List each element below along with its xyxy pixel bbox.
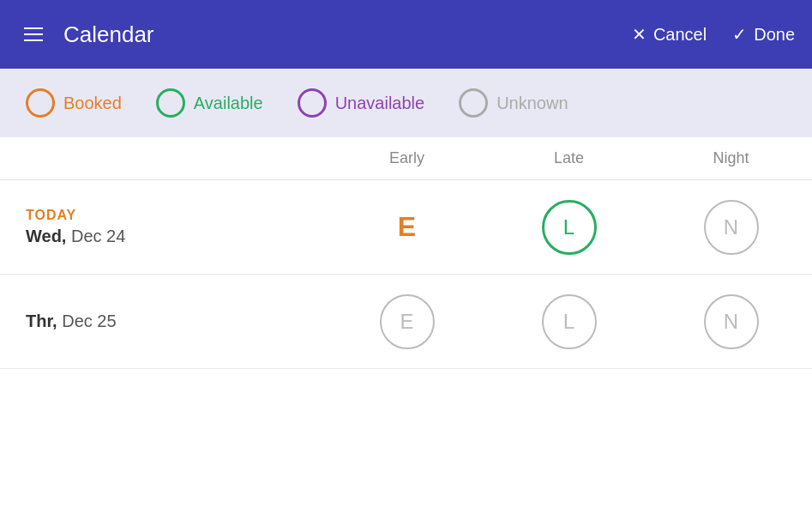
slot-1-0[interactable]: E [326,294,488,349]
column-headers: Early Late Night [0,137,812,180]
calendar-content: TODAYWed, Dec 24ELNThr, Dec 25ELN [0,180,812,369]
slot-circle-1-2[interactable]: N [704,294,759,349]
legend-unknown: Unknown [459,88,568,118]
slot-0-1[interactable]: L [488,200,650,255]
legend-available: Available [156,88,263,118]
slot-1-1[interactable]: L [488,294,650,349]
early-column-header: Early [326,149,488,167]
slot-circle-0-1[interactable]: L [542,200,597,255]
cancel-icon: ✕ [632,24,647,45]
available-icon [156,88,185,118]
cancel-label: Cancel [653,25,707,45]
slot-circle-0-0[interactable]: E [380,200,435,255]
slot-0-0[interactable]: E [326,200,488,255]
row-date-1: Thr, Dec 25 [26,311,326,331]
row-slots-0: ELN [326,200,812,255]
done-button[interactable]: ✓ Done [732,24,795,45]
today-label: TODAY [26,208,326,223]
slot-1-2[interactable]: N [650,294,812,349]
legend-unavailable: Unavailable [298,88,425,118]
cancel-button[interactable]: ✕ Cancel [632,24,707,45]
date-text-1: Thr, Dec 25 [26,311,326,331]
done-label: Done [754,25,795,45]
unavailable-label: Unavailable [335,94,425,113]
menu-button[interactable] [17,21,50,48]
unknown-icon [459,88,488,118]
slot-circle-0-2[interactable]: N [704,200,759,255]
booked-icon [26,88,55,118]
legend-booked: Booked [26,88,122,118]
slot-0-2[interactable]: N [650,200,812,255]
slot-circle-1-0[interactable]: E [380,294,435,349]
row-slots-1: ELN [326,294,812,349]
date-text-0: Wed, Dec 24 [26,227,326,246]
calendar-row: TODAYWed, Dec 24ELN [0,180,812,275]
slot-circle-1-1[interactable]: L [542,294,597,349]
header-actions: ✕ Cancel ✓ Done [632,24,795,45]
unknown-label: Unknown [496,94,568,113]
booked-label: Booked [63,94,122,113]
unavailable-icon [298,88,327,118]
available-label: Available [194,94,263,113]
calendar-row: Thr, Dec 25ELN [0,275,812,369]
app-header: Calendar ✕ Cancel ✓ Done [0,0,812,69]
done-icon: ✓ [732,24,747,45]
row-date-0: TODAYWed, Dec 24 [26,208,326,246]
night-column-header: Night [650,149,812,167]
page-title: Calendar [63,21,154,48]
legend-bar: Booked Available Unavailable Unknown [0,69,812,137]
late-column-header: Late [488,149,650,167]
